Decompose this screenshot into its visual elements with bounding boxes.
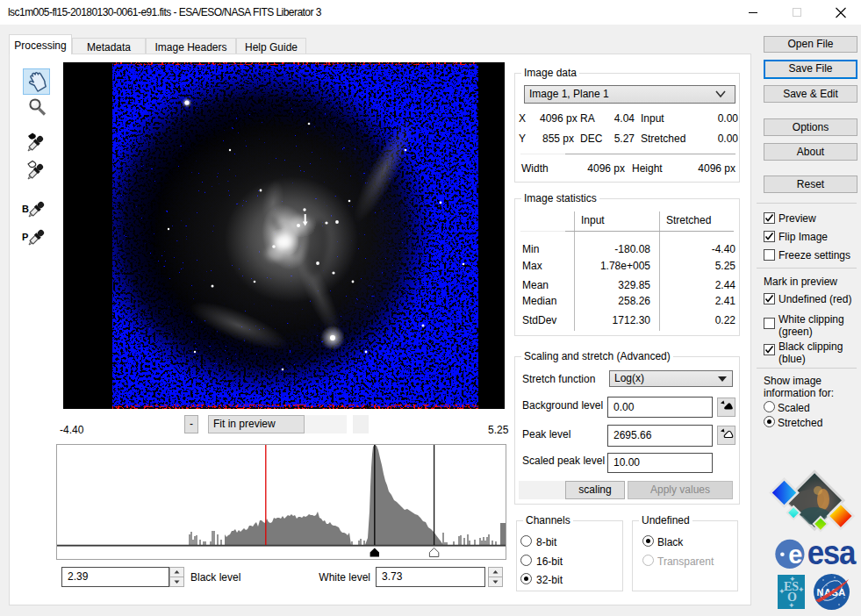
svg-text:e: e bbox=[788, 541, 802, 569]
svg-text:✦: ✦ bbox=[798, 585, 805, 594]
svg-text:esa: esa bbox=[807, 538, 857, 571]
svg-text:P: P bbox=[22, 232, 28, 242]
svg-text:✦: ✦ bbox=[789, 575, 796, 584]
svg-text:✦: ✦ bbox=[778, 587, 786, 596]
svg-text:✦: ✦ bbox=[788, 601, 795, 609]
svg-text:B: B bbox=[22, 204, 29, 214]
